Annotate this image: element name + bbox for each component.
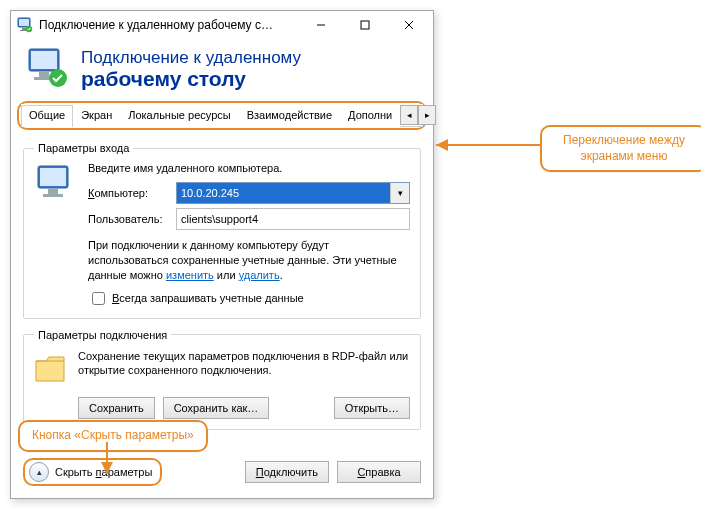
login-intro: Введите имя удаленного компьютера. bbox=[88, 162, 410, 174]
help-button[interactable]: Справка bbox=[337, 461, 421, 483]
hide-options-highlight: ▴ Скрыть параметры bbox=[23, 458, 162, 486]
header: Подключение к удаленному рабочему столу bbox=[11, 39, 433, 101]
computer-input[interactable] bbox=[177, 183, 390, 203]
hide-options-link[interactable]: Скрыть параметры bbox=[55, 466, 152, 478]
header-line2: рабочему столу bbox=[81, 68, 301, 90]
window-title: Подключение к удаленному рабочему с… bbox=[39, 18, 299, 32]
open-button[interactable]: Открыть… bbox=[334, 397, 410, 419]
computer-dropdown-button[interactable]: ▾ bbox=[390, 183, 409, 203]
credentials-note: При подключении к данному компьютеру буд… bbox=[88, 238, 410, 283]
group-login: Параметры входа Введите имя удаленного к… bbox=[23, 142, 421, 319]
footer: ▴ Скрыть параметры Подключить Справка bbox=[11, 450, 433, 498]
always-prompt-checkbox[interactable] bbox=[92, 292, 105, 305]
tabs-highlight: Общие Экран Локальные ресурсы Взаимодейс… bbox=[17, 101, 427, 130]
svg-rect-16 bbox=[48, 189, 58, 194]
app-icon bbox=[17, 17, 33, 33]
callout-tabs: Переключение между экранами меню bbox=[540, 125, 701, 172]
computer-icon bbox=[34, 162, 78, 206]
minimize-button[interactable] bbox=[299, 11, 343, 39]
rdp-header-icon bbox=[25, 47, 69, 91]
note-post: . bbox=[280, 269, 283, 281]
header-text: Подключение к удаленному рабочему столу bbox=[81, 48, 301, 90]
tab-scroll: ◂ ▸ bbox=[400, 104, 436, 126]
svg-rect-1 bbox=[19, 19, 29, 26]
tab-general[interactable]: Общие bbox=[21, 105, 73, 127]
svg-rect-10 bbox=[31, 51, 57, 69]
note-mid: или bbox=[214, 269, 239, 281]
tab-scroll-left[interactable]: ◂ bbox=[400, 105, 418, 125]
group-login-legend: Параметры входа bbox=[34, 142, 133, 154]
tab-local-resources[interactable]: Локальные ресурсы bbox=[120, 105, 238, 127]
link-edit-credentials[interactable]: изменить bbox=[166, 269, 214, 281]
computer-combo[interactable]: ▾ bbox=[176, 182, 410, 204]
link-delete-credentials[interactable]: удалить bbox=[239, 269, 280, 281]
connect-button[interactable]: Подключить bbox=[245, 461, 329, 483]
tab-scroll-right[interactable]: ▸ bbox=[418, 105, 436, 125]
tab-display[interactable]: Экран bbox=[73, 105, 120, 127]
titlebar: Подключение к удаленному рабочему с… bbox=[11, 11, 433, 39]
tabs: Общие Экран Локальные ресурсы Взаимодейс… bbox=[21, 104, 423, 127]
group-connection: Параметры подключения Сохранение текущих… bbox=[23, 329, 421, 430]
group-connection-legend: Параметры подключения bbox=[34, 329, 171, 341]
maximize-button[interactable] bbox=[343, 11, 387, 39]
save-button[interactable]: Сохранить bbox=[78, 397, 155, 419]
arrow-tabs bbox=[432, 130, 542, 160]
header-line1: Подключение к удаленному bbox=[81, 48, 301, 68]
svg-rect-2 bbox=[22, 28, 26, 30]
collapse-icon[interactable]: ▴ bbox=[29, 462, 49, 482]
connection-text: Сохранение текущих параметров подключени… bbox=[78, 349, 410, 389]
folder-icon bbox=[34, 349, 68, 389]
svg-rect-17 bbox=[43, 194, 63, 197]
tab-experience[interactable]: Взаимодействие bbox=[239, 105, 340, 127]
content: Параметры входа Введите имя удаленного к… bbox=[11, 130, 433, 450]
tab-advanced[interactable]: Дополни bbox=[340, 105, 400, 127]
callout-hide: Кнопка «Скрыть параметры» bbox=[18, 420, 208, 452]
svg-rect-11 bbox=[39, 72, 49, 77]
computer-label: Компьютер: bbox=[88, 187, 170, 199]
user-label: Пользователь: bbox=[88, 213, 170, 225]
save-as-button[interactable]: Сохранить как… bbox=[163, 397, 270, 419]
user-input[interactable] bbox=[176, 208, 410, 230]
close-button[interactable] bbox=[387, 11, 431, 39]
svg-rect-6 bbox=[361, 21, 369, 29]
always-prompt-label: Всегда запрашивать учетные данные bbox=[112, 292, 304, 304]
svg-rect-15 bbox=[40, 168, 66, 186]
